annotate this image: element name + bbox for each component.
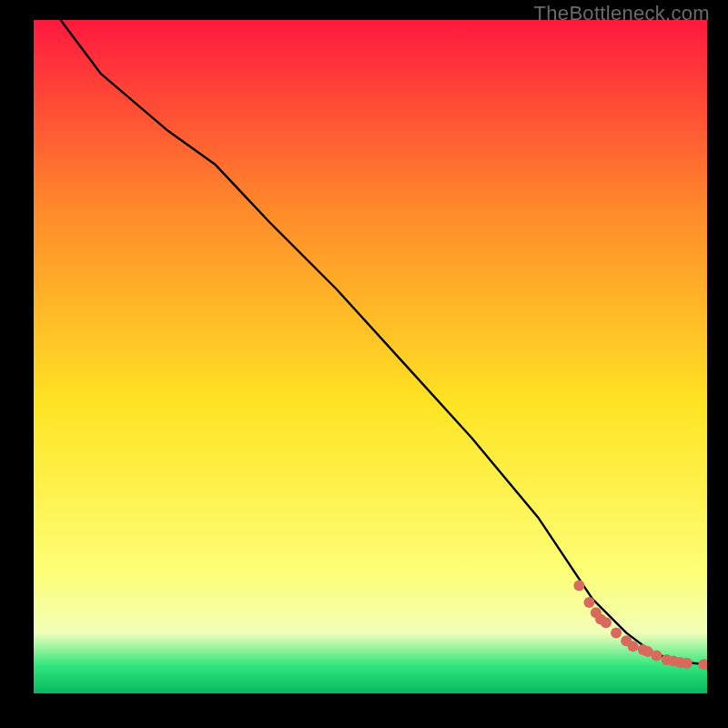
scatter-point — [682, 658, 693, 669]
gradient-background — [34, 20, 707, 693]
scatter-point — [628, 641, 639, 652]
scatter-point — [584, 597, 595, 608]
chart-frame — [34, 20, 707, 693]
scatter-point — [573, 581, 584, 592]
scatter-point — [601, 617, 612, 628]
scatter-point — [652, 651, 662, 662]
chart-plot — [34, 20, 707, 693]
scatter-point — [611, 627, 622, 638]
